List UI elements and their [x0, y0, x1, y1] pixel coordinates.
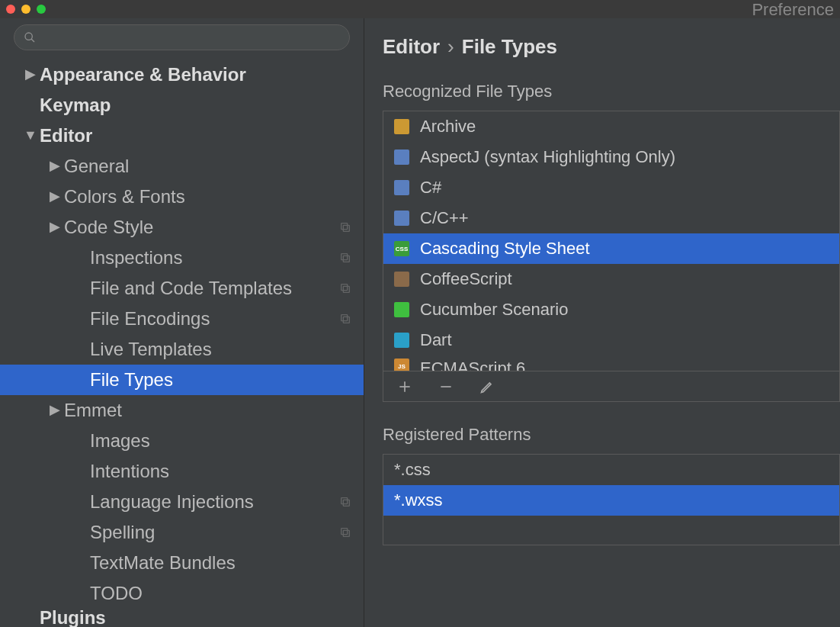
project-scope-icon — [338, 250, 353, 265]
sidebar-item-keymap[interactable]: Keymap — [0, 90, 364, 121]
file-type-label: CoffeeScript — [420, 269, 512, 289]
project-scope-icon — [338, 220, 353, 235]
sidebar-item-inspections[interactable]: Inspections — [0, 243, 364, 273]
file-type-row-cucumber-scenario[interactable]: Cucumber Scenario — [383, 294, 839, 325]
sidebar-item-label: File and Code Templates — [90, 278, 338, 300]
chevron-right-icon[interactable]: ▶ — [21, 66, 40, 83]
svg-rect-7 — [341, 285, 348, 291]
sidebar-item-label: Plugins — [40, 609, 353, 627]
settings-sidebar: ▶Appearance & BehaviorKeymap▼Editor▶Gene… — [0, 18, 364, 627]
sidebar-item-file-encodings[interactable]: File Encodings — [0, 304, 364, 334]
chevron-down-icon[interactable]: ▼ — [21, 127, 40, 144]
file-type-icon — [394, 333, 409, 348]
sidebar-item-editor[interactable]: ▼Editor — [0, 121, 364, 151]
settings-search[interactable] — [14, 24, 350, 50]
file-type-row-archive[interactable]: Archive — [383, 111, 839, 142]
svg-rect-10 — [343, 500, 349, 506]
breadcrumb-part-1: Editor — [383, 35, 440, 59]
edit-file-type-button[interactable] — [478, 378, 496, 396]
sidebar-item-spelling[interactable]: Spelling — [0, 517, 364, 548]
sidebar-item-colors-fonts[interactable]: ▶Colors & Fonts — [0, 182, 364, 212]
project-scope-icon — [338, 494, 353, 510]
file-type-row-c-[interactable]: C# — [383, 172, 839, 203]
file-type-icon: CSS — [394, 241, 409, 256]
file-type-label: Cascading Style Sheet — [420, 239, 590, 259]
sidebar-item-intentions[interactable]: Intentions — [0, 456, 364, 487]
sidebar-item-general[interactable]: ▶General — [0, 151, 364, 182]
file-type-row-cascading-style-sheet[interactable]: CSSCascading Style Sheet — [383, 233, 839, 264]
file-type-icon — [394, 211, 409, 226]
pattern-label: *.css — [394, 460, 431, 480]
sidebar-item-label: Intentions — [90, 461, 353, 483]
chevron-right-icon[interactable]: ▶ — [46, 219, 64, 236]
svg-line-1 — [31, 39, 34, 42]
settings-main: Editor › File Types Recognized File Type… — [364, 18, 840, 627]
svg-point-0 — [25, 33, 32, 40]
file-type-row-ecmascript-6[interactable]: JSECMAScript 6 — [383, 355, 839, 371]
file-type-row-dart[interactable]: Dart — [383, 325, 839, 355]
pattern-row--css[interactable]: *.css — [383, 455, 839, 485]
file-type-row-aspectj-syntax-highlighting-only-[interactable]: AspectJ (syntax Highlighting Only) — [383, 142, 839, 172]
sidebar-item-code-style[interactable]: ▶Code Style — [0, 212, 364, 243]
sidebar-item-plugins[interactable]: Plugins — [0, 609, 364, 627]
file-type-icon — [394, 150, 409, 165]
sidebar-item-file-types[interactable]: File Types — [0, 365, 364, 395]
sidebar-item-appearance-behavior[interactable]: ▶Appearance & Behavior — [0, 59, 364, 90]
svg-rect-6 — [343, 286, 349, 292]
file-type-icon: JS — [394, 359, 409, 371]
file-type-row-coffeescript[interactable]: CoffeeScript — [383, 264, 839, 294]
file-type-label: Archive — [420, 117, 476, 137]
recognized-file-types-label: Recognized File Types — [383, 82, 840, 101]
sidebar-item-file-and-code-templates[interactable]: File and Code Templates — [0, 273, 364, 304]
sidebar-item-label: General — [64, 156, 353, 178]
svg-rect-9 — [341, 315, 348, 321]
sidebar-item-images[interactable]: Images — [0, 426, 364, 456]
sidebar-item-label: Spelling — [90, 522, 338, 544]
chevron-right-icon[interactable]: ▶ — [46, 188, 64, 205]
sidebar-item-textmate-bundles[interactable]: TextMate Bundles — [0, 548, 364, 578]
sidebar-item-label: Images — [90, 430, 353, 452]
sidebar-item-label: File Encodings — [90, 308, 338, 330]
file-type-icon — [394, 272, 409, 287]
file-type-row-c-c-[interactable]: C/C++ — [383, 203, 839, 233]
settings-search-input[interactable] — [40, 30, 340, 46]
project-scope-icon — [338, 281, 353, 296]
svg-rect-2 — [343, 225, 349, 231]
file-type-icon — [394, 180, 409, 195]
registered-patterns-label: Registered Patterns — [383, 425, 840, 445]
svg-rect-8 — [343, 317, 349, 323]
file-type-label: C/C++ — [420, 208, 469, 228]
sidebar-item-label: Appearance & Behavior — [40, 64, 353, 86]
file-type-label: C# — [420, 178, 441, 198]
breadcrumb-part-2: File Types — [462, 35, 557, 59]
chevron-right-icon[interactable]: ▶ — [46, 402, 64, 419]
sidebar-item-label: TODO — [90, 583, 353, 605]
file-type-icon — [394, 302, 409, 317]
svg-rect-12 — [343, 530, 349, 536]
pattern-label: *.wxss — [394, 490, 443, 510]
add-file-type-button[interactable] — [396, 378, 414, 396]
zoom-window-button[interactable] — [37, 5, 46, 14]
sidebar-item-live-templates[interactable]: Live Templates — [0, 334, 364, 365]
project-scope-icon — [338, 525, 353, 540]
sidebar-item-label: TextMate Bundles — [90, 552, 353, 574]
window-controls — [6, 5, 46, 14]
chevron-right-icon[interactable]: ▶ — [46, 158, 64, 175]
sidebar-item-emmet[interactable]: ▶Emmet — [0, 395, 364, 426]
sidebar-item-label: Code Style — [64, 217, 338, 239]
sidebar-item-label: File Types — [90, 369, 353, 391]
title-bar: Preference — [0, 0, 840, 18]
window-title: Preference — [752, 0, 834, 20]
sidebar-item-label: Emmet — [64, 400, 353, 422]
pattern-row--wxss[interactable]: *.wxss — [383, 485, 839, 516]
remove-file-type-button[interactable] — [437, 378, 455, 396]
file-type-label: Cucumber Scenario — [420, 300, 568, 320]
sidebar-item-todo[interactable]: TODO — [0, 578, 364, 609]
recognized-file-types-list[interactable]: ArchiveAspectJ (syntax Highlighting Only… — [383, 111, 839, 371]
minimize-window-button[interactable] — [21, 5, 30, 14]
registered-patterns-list[interactable]: *.css*.wxss — [383, 454, 840, 545]
sidebar-item-language-injections[interactable]: Language Injections — [0, 487, 364, 517]
sidebar-item-label: Live Templates — [90, 339, 353, 361]
file-type-label: Dart — [420, 330, 452, 350]
close-window-button[interactable] — [6, 5, 15, 14]
